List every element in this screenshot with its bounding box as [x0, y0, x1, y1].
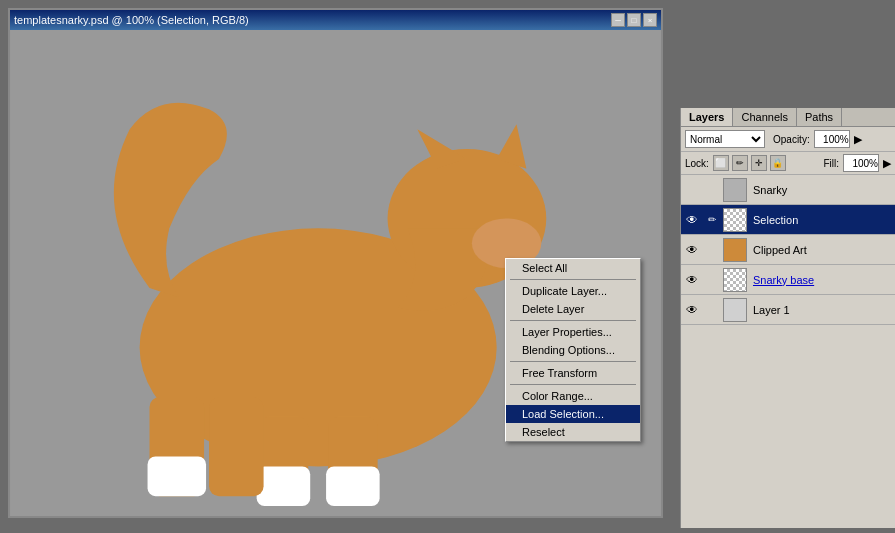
menu-sep-3: [510, 361, 636, 362]
maximize-button[interactable]: □: [627, 13, 641, 27]
svg-rect-6: [326, 466, 380, 506]
layer-brush-snarky: [703, 181, 721, 199]
layer-eye-snarky[interactable]: [683, 181, 701, 199]
layer-thumb-snarky-base: [723, 268, 747, 292]
blend-mode-select[interactable]: Normal: [685, 130, 765, 148]
layer-eye-layer1[interactable]: 👁: [683, 301, 701, 319]
menu-free-transform[interactable]: Free Transform: [506, 364, 640, 382]
context-menu: Select All Duplicate Layer... Delete Lay…: [505, 258, 641, 442]
tab-paths[interactable]: Paths: [797, 108, 842, 126]
lock-row: Lock: ⬜ ✏ ✛ 🔒 Fill: ▶: [681, 152, 895, 175]
opacity-input[interactable]: [814, 130, 850, 148]
layer-brush-layer1: [703, 301, 721, 319]
svg-rect-9: [209, 397, 264, 496]
menu-sep-4: [510, 384, 636, 385]
layer-name-snarky: Snarky: [753, 184, 787, 196]
layer-row-layer1[interactable]: 👁 Layer 1: [681, 295, 895, 325]
opacity-arrow[interactable]: ▶: [854, 133, 862, 146]
layer-eye-snarky-base[interactable]: 👁: [683, 271, 701, 289]
layer-row-snarky[interactable]: Snarky: [681, 175, 895, 205]
svg-rect-4: [257, 466, 311, 506]
layer-name-snarky-base: Snarky base: [753, 274, 814, 286]
fill-input[interactable]: [843, 154, 879, 172]
menu-reselect[interactable]: Reselect: [506, 423, 640, 441]
layer-thumb-clipped-art: [723, 238, 747, 262]
layer-row-snarky-base[interactable]: 👁 Snarky base: [681, 265, 895, 295]
menu-sep-1: [510, 279, 636, 280]
svg-rect-8: [148, 456, 207, 496]
right-panel-bg: [680, 0, 895, 108]
layers-panel-tabs: Layers Channels Paths: [681, 108, 895, 127]
window-title: templatesnarky.psd @ 100% (Selection, RG…: [14, 14, 249, 26]
lock-icons: ⬜ ✏ ✛ 🔒: [713, 155, 786, 171]
layer-name-selection: Selection: [753, 214, 798, 226]
layer-brush-snarky-base: [703, 271, 721, 289]
layer-thumb-selection: [723, 208, 747, 232]
opacity-label: Opacity:: [773, 134, 810, 145]
main-window: templatesnarky.psd @ 100% (Selection, RG…: [8, 8, 663, 518]
close-button[interactable]: ×: [643, 13, 657, 27]
menu-layer-properties[interactable]: Layer Properties...: [506, 323, 640, 341]
fill-label: Fill:: [823, 158, 839, 169]
window-titlebar: templatesnarky.psd @ 100% (Selection, RG…: [10, 10, 661, 30]
canvas-area: Select All Duplicate Layer... Delete Lay…: [10, 30, 661, 516]
layer-name-layer1: Layer 1: [753, 304, 790, 316]
lock-image-btn[interactable]: ✏: [732, 155, 748, 171]
menu-duplicate-layer[interactable]: Duplicate Layer...: [506, 282, 640, 300]
menu-load-selection[interactable]: Load Selection...: [506, 405, 640, 423]
layer-thumb-layer1: [723, 298, 747, 322]
menu-select-all[interactable]: Select All: [506, 259, 640, 277]
window-controls: ─ □ ×: [611, 13, 657, 27]
tab-layers[interactable]: Layers: [681, 108, 733, 126]
lock-all-btn[interactable]: 🔒: [770, 155, 786, 171]
layer-thumb-snarky: [723, 178, 747, 202]
layer-brush-selection: ✏: [703, 211, 721, 229]
menu-sep-2: [510, 320, 636, 321]
lock-position-btn[interactable]: ✛: [751, 155, 767, 171]
fill-arrow[interactable]: ▶: [883, 157, 891, 170]
blend-opacity-row: Normal Opacity: ▶: [681, 127, 895, 152]
lock-transparent-btn[interactable]: ⬜: [713, 155, 729, 171]
minimize-button[interactable]: ─: [611, 13, 625, 27]
layer-eye-clipped-art[interactable]: 👁: [683, 241, 701, 259]
menu-delete-layer[interactable]: Delete Layer: [506, 300, 640, 318]
menu-blending-options[interactable]: Blending Options...: [506, 341, 640, 359]
layer-name-clipped-art: Clipped Art: [753, 244, 807, 256]
lock-label: Lock:: [685, 158, 709, 169]
layer-row-selection[interactable]: 👁 ✏ Selection: [681, 205, 895, 235]
menu-color-range[interactable]: Color Range...: [506, 387, 640, 405]
layer-row-clipped-art[interactable]: 👁 Clipped Art: [681, 235, 895, 265]
layers-panel: Layers Channels Paths Normal Opacity: ▶ …: [680, 108, 895, 528]
layer-brush-clipped-art: [703, 241, 721, 259]
tab-channels[interactable]: Channels: [733, 108, 796, 126]
layer-eye-selection[interactable]: 👁: [683, 211, 701, 229]
